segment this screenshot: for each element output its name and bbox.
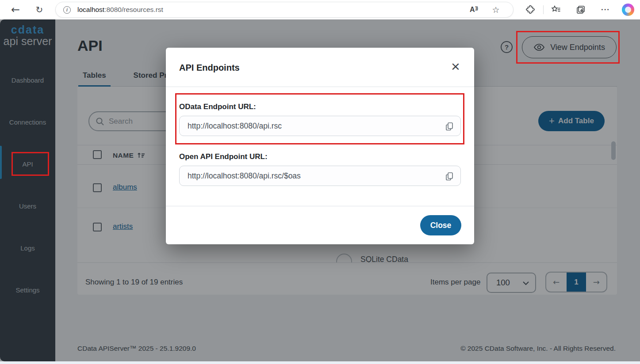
address-bar[interactable]: i localhost:8080/resources.rst A)) ☆ <box>55 2 514 18</box>
url-path: :8080/resources.rst <box>104 6 163 14</box>
window-bottom-strip <box>0 361 640 364</box>
extensions-icon[interactable] <box>525 4 536 15</box>
site-info-icon[interactable]: i <box>63 6 71 14</box>
copilot-icon[interactable] <box>622 4 634 16</box>
modal-title: API Endpoints <box>179 63 240 73</box>
url-text: localhost:8080/resources.rst <box>77 2 163 17</box>
more-menu-icon[interactable]: ··· <box>598 0 613 19</box>
collections-icon[interactable] <box>575 4 586 15</box>
odata-endpoint-label: OData Endpoint URL: <box>179 102 256 111</box>
read-aloud-icon[interactable]: A)) <box>466 2 481 17</box>
openapi-endpoint-input[interactable] <box>188 167 435 185</box>
modal-header-divider <box>166 87 474 87</box>
screen: ← ↻ i localhost:8080/resources.rst A)) ☆… <box>0 0 640 364</box>
odata-endpoint-input[interactable] <box>188 117 435 135</box>
copy-icon <box>445 171 454 181</box>
favorites-bar-icon[interactable] <box>550 4 562 15</box>
copy-openapi-button[interactable] <box>444 171 455 182</box>
api-endpoints-modal: API Endpoints × OData Endpoint URL: Open… <box>166 48 474 244</box>
browser-toolbar: ← ↻ i localhost:8080/resources.rst A)) ☆… <box>0 0 640 19</box>
back-button[interactable]: ← <box>8 0 23 19</box>
copy-odata-button[interactable] <box>444 121 455 132</box>
modal-footer-divider <box>166 206 474 206</box>
odata-endpoint-field <box>179 116 461 136</box>
url-host: localhost <box>77 6 104 14</box>
modal-close-icon[interactable]: × <box>448 58 464 74</box>
refresh-button[interactable]: ↻ <box>32 0 47 19</box>
close-button[interactable]: Close <box>420 215 461 235</box>
favorite-star-icon[interactable]: ☆ <box>489 2 502 17</box>
copy-icon <box>445 121 454 131</box>
openapi-endpoint-label: Open API Endpoint URL: <box>179 152 268 161</box>
openapi-endpoint-field <box>179 166 461 186</box>
toolbar-divider <box>543 5 544 14</box>
